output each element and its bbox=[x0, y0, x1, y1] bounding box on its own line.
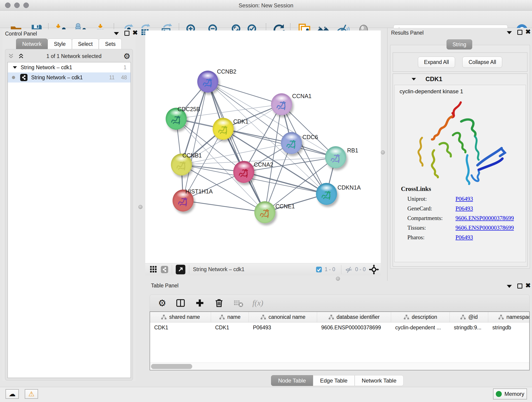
cloud-status-button[interactable]: ☁ bbox=[6, 389, 19, 399]
column-type-icon bbox=[460, 314, 466, 320]
column-header-namespac[interactable]: namespac bbox=[488, 312, 530, 322]
maximize-panel-icon[interactable] bbox=[517, 283, 522, 288]
network-edge-HIST1H1A-CCNE1[interactable] bbox=[183, 201, 265, 212]
network-edge-CCNB2-HIST1H1A[interactable] bbox=[183, 82, 208, 201]
expand-all-icon[interactable] bbox=[18, 53, 25, 60]
protein-ribbon-thumbnail bbox=[235, 166, 252, 181]
protein-ribbon-thumbnail bbox=[173, 158, 190, 174]
network-node-CCNA2[interactable] bbox=[233, 161, 254, 183]
show-columns-icon[interactable] bbox=[176, 298, 186, 308]
tab-select[interactable]: Select bbox=[72, 38, 99, 49]
network-options-gear-icon[interactable]: ⚙ bbox=[123, 52, 130, 60]
table-row[interactable]: CDK1CDK1P064939606.ENSP00000378699cyclin… bbox=[150, 322, 529, 332]
string-results-container: Expand All Collapse All CDK1 cyclin-depe… bbox=[390, 45, 530, 269]
network-edge-CCNB2-CCNA1[interactable] bbox=[208, 82, 282, 104]
column-header--id[interactable]: @id bbox=[450, 312, 488, 322]
float-panel-icon[interactable] bbox=[507, 31, 512, 34]
network-node-RB1[interactable] bbox=[325, 146, 346, 168]
network-node-CDKN1A[interactable] bbox=[316, 183, 337, 205]
network-row-selected[interactable]: String Network – cdk1 11 48 bbox=[8, 72, 131, 83]
collapse-all-button[interactable]: Collapse All bbox=[462, 57, 502, 68]
table-cell[interactable]: P06493 bbox=[249, 322, 317, 332]
table-options-gear-icon[interactable]: ⚙ bbox=[158, 299, 166, 307]
node-label-CDKN1A: CDKN1A bbox=[337, 184, 361, 191]
tab-edge-table[interactable]: Edge Table bbox=[313, 375, 355, 386]
warning-icon: ⚠ bbox=[28, 390, 35, 397]
column-header-canonical-name[interactable]: canonical name bbox=[249, 312, 317, 322]
control-panel-tabs: Network Style Select Sets bbox=[16, 38, 122, 49]
close-panel-icon[interactable]: ✖ bbox=[133, 30, 138, 35]
tab-style[interactable]: Style bbox=[48, 38, 72, 49]
cytoscape-window: Session: New Session bbox=[0, 0, 532, 402]
network-edge-CCNB2-CCNE1[interactable] bbox=[208, 82, 265, 212]
crosslink-compartments-link[interactable]: 9606.ENSP00000378699 bbox=[456, 215, 514, 221]
detach-view-icon[interactable] bbox=[176, 265, 185, 274]
delete-table-icon[interactable] bbox=[233, 298, 243, 308]
node-label-CDK1: CDK1 bbox=[233, 118, 249, 125]
tab-network-table[interactable]: Network Table bbox=[355, 375, 404, 386]
delete-column-icon[interactable] bbox=[214, 298, 224, 308]
crosslinks-title: CrossLinks bbox=[401, 185, 526, 192]
network-tab-content: 1 of 1 Network selected ⚙ String Network… bbox=[5, 49, 133, 380]
gene-name: CDK1 bbox=[425, 76, 443, 83]
column-header-description[interactable]: description bbox=[391, 312, 450, 322]
horizontal-scrollbar[interactable] bbox=[150, 363, 529, 370]
node-label-CDC25B: CDC25B bbox=[177, 106, 200, 113]
grid-view-icon[interactable] bbox=[149, 265, 158, 274]
network-collection-row[interactable]: String Network – cdk1 1 bbox=[8, 62, 131, 72]
table-cell[interactable]: cyclin-dependent ... bbox=[391, 322, 450, 332]
network-node-CCNB2[interactable] bbox=[197, 70, 218, 93]
selected-checkbox-icon[interactable] bbox=[316, 266, 322, 273]
crosslink-genecard-link[interactable]: P06493 bbox=[456, 205, 473, 212]
table-cell[interactable]: CDK1 bbox=[150, 322, 211, 332]
network-node-CDC6[interactable] bbox=[281, 132, 302, 154]
table-cell[interactable]: 9606.ENSP00000378699 bbox=[317, 322, 391, 332]
float-panel-icon[interactable] bbox=[114, 32, 119, 35]
left-splitter-handle[interactable] bbox=[138, 205, 143, 209]
tab-network[interactable]: Network bbox=[16, 38, 48, 49]
function-builder-icon[interactable]: f(x) bbox=[253, 299, 263, 307]
node-label-HIST1H1A: HIST1H1A bbox=[185, 188, 213, 195]
memory-label: Memory bbox=[505, 391, 525, 397]
tab-node-table[interactable]: Node Table bbox=[271, 375, 313, 386]
crosslink-label: Tissues: bbox=[407, 225, 456, 231]
table-cell[interactable]: stringdb bbox=[488, 322, 530, 332]
column-type-icon bbox=[328, 314, 334, 320]
tab-sets[interactable]: Sets bbox=[99, 38, 122, 49]
table-cell[interactable]: CDK1 bbox=[211, 322, 249, 332]
network-canvas[interactable]: CCNB2CCNA1CDC25BCDK1CDC6RB1CCNB1CCNA2CDK… bbox=[145, 31, 381, 263]
memory-button[interactable]: Memory bbox=[493, 389, 527, 400]
close-panel-icon[interactable]: ✖ bbox=[525, 29, 531, 34]
column-header-name[interactable]: name bbox=[211, 312, 249, 322]
hidden-eye-slash-icon[interactable] bbox=[345, 266, 353, 274]
network-node-CCNE1[interactable] bbox=[254, 201, 275, 223]
add-column-icon[interactable] bbox=[195, 298, 205, 308]
warnings-button[interactable]: ⚠ bbox=[25, 389, 38, 399]
crosslink-tissues-link[interactable]: 9606.ENSP00000378699 bbox=[456, 225, 514, 231]
expand-all-button[interactable]: Expand All bbox=[418, 57, 455, 68]
table-cell[interactable]: stringdb:9... bbox=[450, 322, 488, 332]
float-panel-icon[interactable] bbox=[507, 285, 512, 288]
collapse-all-icon[interactable] bbox=[7, 53, 14, 60]
table-toolbar: ⚙ f(x) bbox=[150, 294, 530, 312]
scrollbar-thumb[interactable] bbox=[151, 364, 192, 369]
crosslink-uniprot-link[interactable]: P06493 bbox=[456, 196, 473, 202]
network-node-CDK1[interactable] bbox=[213, 118, 234, 140]
birdseye-crosshair-icon[interactable] bbox=[369, 264, 379, 274]
close-panel-icon[interactable]: ✖ bbox=[525, 283, 531, 288]
maximize-panel-icon[interactable] bbox=[517, 30, 522, 35]
string-view-icon[interactable] bbox=[161, 266, 168, 273]
network-node-CCNA1[interactable] bbox=[271, 93, 292, 115]
column-header-shared-name[interactable]: shared name bbox=[150, 312, 211, 322]
right-splitter-handle[interactable] bbox=[381, 150, 385, 154]
network-list: String Network – cdk1 1 String Network –… bbox=[7, 62, 131, 378]
collection-expand-icon[interactable] bbox=[13, 66, 17, 69]
column-header-database-identifier[interactable]: database identifier bbox=[317, 312, 391, 322]
section-collapse-icon[interactable] bbox=[412, 78, 416, 80]
horizontal-splitter-handle[interactable] bbox=[336, 277, 340, 281]
maximize-panel-icon[interactable] bbox=[124, 31, 129, 36]
results-tab-string[interactable]: String bbox=[447, 39, 472, 50]
network-selection-status: 1 of 1 Network selected bbox=[25, 53, 123, 59]
column-type-icon bbox=[404, 314, 409, 320]
crosslink-pharos-link[interactable]: P06493 bbox=[456, 234, 473, 241]
